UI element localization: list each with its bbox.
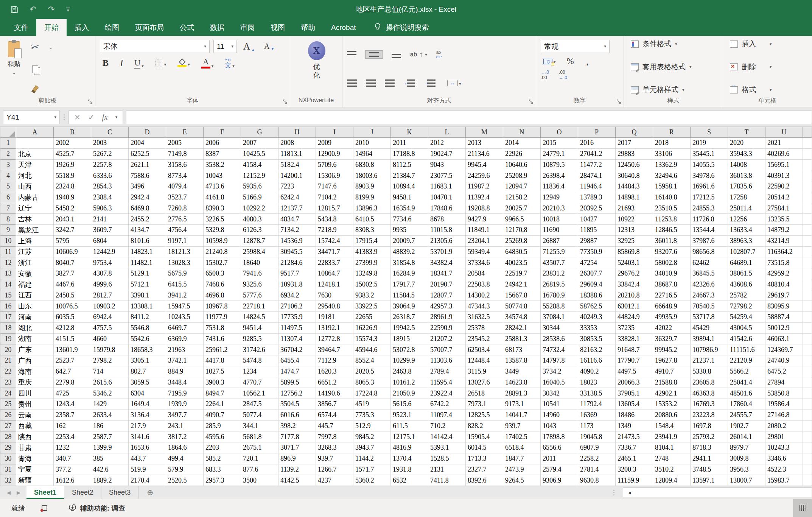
cell-K11[interactable]: 48839.2 <box>391 246 428 257</box>
cell-P15[interactable]: 18388.6 <box>578 290 616 301</box>
cell-P12[interactable]: 47254 <box>578 257 616 268</box>
cell-Q14[interactable]: 33842.4 <box>616 279 653 290</box>
cell-A14[interactable]: 福建 <box>16 279 54 290</box>
cell-F25[interactable]: 2264.1 <box>204 399 241 410</box>
cell-M26[interactable]: 12825.5 <box>466 410 503 420</box>
cell-Q22[interactable]: 4497.5 <box>616 366 653 377</box>
cell-A29[interactable]: 甘肃 <box>16 442 54 453</box>
cell-S20[interactable]: 107986.9 <box>691 344 728 355</box>
cell-U12[interactable]: 73515.8 <box>765 257 803 268</box>
cancel-icon[interactable]: ✕ <box>74 113 81 122</box>
cell-A19[interactable]: 湖南 <box>16 333 54 344</box>
row-header-7[interactable]: 7 <box>0 203 16 214</box>
cell-R9[interactable]: 12846.5 <box>653 225 691 236</box>
cell-D24[interactable]: 6304 <box>129 388 166 399</box>
cell-F16[interactable]: 18967.8 <box>204 301 241 312</box>
cell-S3[interactable]: 14055.5 <box>691 159 728 170</box>
cell-H28[interactable]: 7177.8 <box>278 431 316 442</box>
cell-Q20[interactable]: 91648.7 <box>616 344 653 355</box>
orientation-button[interactable]: ab↗▾ <box>410 51 427 58</box>
cell-C7[interactable]: 5906.3 <box>91 203 129 214</box>
cell-R1[interactable]: 2018 <box>653 138 691 149</box>
cell-O4[interactable]: 26398.4 <box>541 170 578 181</box>
cell-E28[interactable]: 3817.2 <box>166 431 204 442</box>
cell-U5[interactable]: 22590.2 <box>765 181 803 192</box>
cell-U22[interactable]: 6475.2 <box>765 366 803 377</box>
cell-M22[interactable]: 3115.9 <box>466 366 503 377</box>
cell-E31[interactable]: 579.9 <box>166 464 204 475</box>
cell-B32[interactable]: 1612.6 <box>54 475 91 486</box>
decrease-indent-button[interactable]: ← <box>404 79 415 87</box>
cell-U21[interactable]: 24740.9 <box>765 355 803 366</box>
cell-I4[interactable]: 15306.9 <box>316 170 353 181</box>
cell-P4[interactable]: 28474.1 <box>578 170 616 181</box>
cell-N27[interactable]: 939.7 <box>503 420 541 431</box>
cell-K20[interactable]: 53072.8 <box>391 344 428 355</box>
cell-M24[interactable]: 26518 <box>466 388 503 399</box>
cell-T28[interactable]: 26014.1 <box>728 431 765 442</box>
cell-P23[interactable]: 18023 <box>578 377 616 388</box>
cell-K28[interactable]: 12175.1 <box>391 431 428 442</box>
cell-U16[interactable]: 83095.9 <box>765 301 803 312</box>
cell-J25[interactable]: 4519 <box>353 399 391 410</box>
cell-T20[interactable]: 111151.6 <box>728 344 765 355</box>
formula-input[interactable] <box>126 111 812 124</box>
cell-S23[interactable]: 23605.8 <box>691 377 728 388</box>
cell-B30[interactable]: 340.7 <box>54 453 91 464</box>
cell-R14[interactable]: 38687.8 <box>653 279 691 290</box>
row-header-23[interactable]: 23 <box>0 377 16 388</box>
cell-S27[interactable]: 1697.8 <box>691 420 728 431</box>
cell-Q32[interactable]: 11159.9 <box>616 475 653 486</box>
cell-R5[interactable]: 15958.1 <box>653 181 691 192</box>
cell-G15[interactable]: 5777.6 <box>241 290 278 301</box>
cell-N9[interactable]: 12170.8 <box>503 225 541 236</box>
cell-A8[interactable]: 吉林 <box>16 214 54 225</box>
cell-Q21[interactable]: 17790.7 <box>616 355 653 366</box>
cell-F4[interactable]: 10043 <box>204 170 241 181</box>
cell-M10[interactable]: 23204.1 <box>466 235 503 246</box>
row-header-17[interactable]: 17 <box>0 312 16 323</box>
cell-B17[interactable]: 6035.5 <box>54 312 91 323</box>
cell-H25[interactable]: 3504.5 <box>278 399 316 410</box>
cell-C24[interactable]: 5346.2 <box>91 388 129 399</box>
cell-A15[interactable]: 江西 <box>16 290 54 301</box>
cell-I24[interactable]: 14190.6 <box>316 388 353 399</box>
cell-L32[interactable]: 7411.8 <box>428 475 466 486</box>
cell-U32[interactable]: 15983.7 <box>765 475 803 486</box>
copy-dropdown-icon[interactable]: ⌄ <box>49 45 53 50</box>
cell-T23[interactable]: 25041.4 <box>728 377 765 388</box>
cell-N21[interactable]: 13587.8 <box>503 355 541 366</box>
cell-I26[interactable]: 6574.4 <box>316 410 353 420</box>
insert-function-icon[interactable]: fx <box>102 112 108 122</box>
cell-Q10[interactable]: 32925 <box>616 235 653 246</box>
cell-N13[interactable]: 22519.7 <box>503 268 541 279</box>
cell-D3[interactable]: 2621.1 <box>129 159 166 170</box>
decrease-font-size-button[interactable]: A▼ <box>261 42 277 51</box>
cell-B7[interactable]: 5458.2 <box>54 203 91 214</box>
cell-N12[interactable]: 40023.5 <box>503 257 541 268</box>
cell-K17[interactable]: 26318.7 <box>391 312 428 323</box>
cell-N14[interactable]: 24942.1 <box>503 279 541 290</box>
cell-L5[interactable]: 11683.1 <box>428 181 466 192</box>
tell-me-box[interactable]: 操作说明搜索 <box>373 19 429 36</box>
cell-L6[interactable]: 10470.1 <box>428 192 466 203</box>
cell-T24[interactable]: 48501.6 <box>728 388 765 399</box>
row-header-3[interactable]: 3 <box>0 159 16 170</box>
italic-button[interactable]: I <box>117 58 126 69</box>
cell-I12[interactable]: 22833.7 <box>316 257 353 268</box>
cell-L1[interactable]: 2012 <box>428 138 466 149</box>
cell-A6[interactable]: 内蒙古 <box>16 192 54 203</box>
cell-G16[interactable]: 22718.1 <box>241 301 278 312</box>
cell-N25[interactable]: 9173.1 <box>503 399 541 410</box>
cell-G1[interactable]: 2007 <box>241 138 278 149</box>
cell-T32[interactable]: 13800.7 <box>728 475 765 486</box>
cell-L25[interactable]: 6742.2 <box>428 399 466 410</box>
cell-S11[interactable]: 98656.8 <box>691 246 728 257</box>
cell-O20[interactable]: 74732.4 <box>541 344 578 355</box>
cell-F12[interactable]: 15302.7 <box>204 257 241 268</box>
cell-P22[interactable]: 4090.2 <box>578 366 616 377</box>
cell-B13[interactable]: 3827.7 <box>54 268 91 279</box>
cell-H24[interactable]: 12756.2 <box>278 388 316 399</box>
cell-E13[interactable]: 5675.9 <box>166 268 204 279</box>
cell-O1[interactable]: 2015 <box>541 138 578 149</box>
